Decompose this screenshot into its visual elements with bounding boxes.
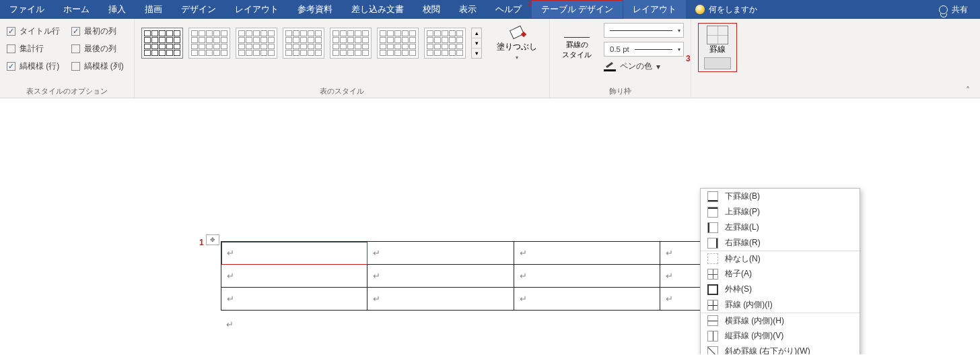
dd-inside-vertical[interactable]: 縦罫線 (内側)(V) <box>701 328 860 344</box>
chk-header-row[interactable]: タイトル行 <box>7 23 63 39</box>
table-move-handle[interactable]: ✥ <box>206 234 219 245</box>
checkbox-icon <box>71 44 80 53</box>
table-style-thumb[interactable] <box>141 28 183 59</box>
ribbon: タイトル行 最初の列 集計行 最後の列 縞模様 (行) 縞模様 (列) 表スタイ… <box>0 19 980 98</box>
tab-review[interactable]: 校閲 <box>413 0 450 19</box>
table-cell[interactable]: ↵ <box>368 288 514 311</box>
border-line-style-combo[interactable]: ▾ <box>604 23 684 38</box>
dd-all-borders[interactable]: 格子(A) <box>701 266 860 282</box>
dd-diagonal-down[interactable]: 斜め罫線 (右下がり)(W) <box>701 344 860 354</box>
table-style-thumb[interactable] <box>424 28 466 59</box>
tab-help[interactable]: ヘルプ 2 <box>486 0 531 19</box>
paragraph-mark-icon: ↵ <box>373 294 380 304</box>
table-cell[interactable]: ↵ <box>221 242 368 265</box>
dd-left-border[interactable]: 左罫線(L) <box>701 220 860 235</box>
tab-home[interactable]: ホーム <box>54 0 99 19</box>
chevron-up-icon: ▴ <box>472 28 481 38</box>
paragraph-mark-icon: ↵ <box>666 271 673 281</box>
inside-border-icon <box>707 300 718 311</box>
borders-icon <box>707 26 728 44</box>
paragraph-mark-icon: ↵ <box>520 271 527 281</box>
table-cell[interactable]: ↵ <box>368 242 514 265</box>
borders-split-button[interactable]: 罫線 <box>698 23 737 72</box>
tab-draw[interactable]: 描画 <box>135 0 172 19</box>
table-style-thumb[interactable] <box>283 28 324 59</box>
table-cell[interactable]: ↵ <box>514 265 660 288</box>
chk-banded-rows[interactable]: 縞模様 (行) <box>7 58 63 74</box>
chk-last-col[interactable]: 最後の列 <box>71 40 128 57</box>
badge-3: 3 <box>686 54 691 63</box>
paragraph-mark-icon: ↵ <box>227 248 234 258</box>
tab-layout[interactable]: レイアウト <box>225 0 288 19</box>
group-borders: 罫線の スタイル ▾ 0.5 pt ▾ ペンの色 ▾ 飾り枠 <box>550 19 691 98</box>
paragraph-mark-icon: ↵ <box>227 294 234 304</box>
tell-me-search[interactable]: 何をしますか <box>686 0 767 19</box>
table-style-thumb[interactable] <box>188 28 230 59</box>
paint-bucket-icon <box>510 26 524 39</box>
group-table-style-options: タイトル行 最初の列 集計行 最後の列 縞模様 (行) 縞模様 (列) 表スタイ… <box>0 19 135 98</box>
tab-mailings[interactable]: 差し込み文書 <box>342 0 413 19</box>
pen-color-button[interactable]: ペンの色 ▾ <box>604 61 684 72</box>
tab-view[interactable]: 表示 <box>450 0 486 19</box>
checkbox-icon <box>7 44 15 53</box>
right-border-icon <box>707 238 718 249</box>
group-label-style-options: 表スタイルのオプション <box>7 85 127 96</box>
table-style-thumb[interactable] <box>330 28 372 59</box>
border-weight-combo[interactable]: 0.5 pt ▾ <box>604 42 684 57</box>
inside-horizontal-icon <box>707 315 718 326</box>
all-borders-icon <box>707 269 718 280</box>
border-style-icon <box>564 26 590 38</box>
borders-dropdown-toggle[interactable] <box>704 57 731 69</box>
table-cell[interactable]: ↵ <box>514 288 660 311</box>
tell-me-label: 何をしますか <box>709 4 757 15</box>
table-cell[interactable]: ↵ <box>368 265 514 288</box>
table-style-thumb[interactable] <box>236 28 277 59</box>
dd-right-border[interactable]: 右罫線(R) <box>701 235 860 251</box>
table-styles-gallery[interactable]: ▴ ▾ ▾ <box>141 28 482 59</box>
border-style-label: 罫線の スタイル <box>562 40 592 60</box>
paragraph-mark-icon: ↵ <box>520 294 527 304</box>
table-cell[interactable]: ↵ <box>221 265 368 288</box>
border-styles-button[interactable]: 罫線の スタイル <box>557 23 597 63</box>
tab-design[interactable]: デザイン <box>172 0 225 19</box>
dd-inside-borders[interactable]: 罫線 (内側)(I) <box>701 297 860 313</box>
tab-help-label: ヘルプ <box>495 4 522 15</box>
tab-table-layout[interactable]: レイアウト <box>623 0 686 19</box>
paragraph-mark-icon: ↵ <box>373 271 380 281</box>
checkbox-icon <box>71 62 80 71</box>
pen-color-label: ペンの色 <box>620 61 652 72</box>
tab-insert[interactable]: 挿入 <box>99 0 135 19</box>
group-borders-button: 3 罫線 <box>691 19 740 98</box>
tab-file[interactable]: ファイル <box>0 0 54 19</box>
paragraph-mark-icon: ↵ <box>520 248 527 258</box>
table-style-thumb[interactable] <box>377 28 419 59</box>
outside-border-icon <box>707 284 718 295</box>
shading-button[interactable]: 塗りつぶし ▾ <box>491 23 542 63</box>
chevron-down-icon: ▾ <box>656 62 660 71</box>
paragraph-mark-icon: ↵ <box>666 248 673 258</box>
dd-no-border[interactable]: 枠なし(N) <box>701 251 860 266</box>
chevron-down-icon: ▾ <box>516 55 518 61</box>
pen-icon <box>604 62 616 71</box>
table-cell[interactable]: ↵ <box>514 242 660 265</box>
tab-table-design[interactable]: テーブル デザイン <box>531 0 623 19</box>
document-area: ✥ 1 ↵ ↵ ↵ ↵ ↵ ↵ ↵ ↵ ↵ ↵ ↵ ↵ ↵ 4 <box>0 98 980 354</box>
dd-bottom-border[interactable]: 下罫線(B) <box>701 189 860 204</box>
tab-references[interactable]: 参考資料 <box>288 0 342 19</box>
collapse-ribbon-button[interactable]: ˄ <box>961 86 975 95</box>
dd-outside-borders[interactable]: 外枠(S) <box>701 282 860 297</box>
gallery-more-button[interactable]: ▴ ▾ ▾ <box>471 28 482 59</box>
person-icon <box>939 5 948 14</box>
share-button[interactable]: 共有 <box>927 0 980 19</box>
chevron-down-icon: ▾ <box>678 28 680 34</box>
dd-top-border[interactable]: 上罫線(P) <box>701 204 860 220</box>
chk-banded-cols[interactable]: 縞模様 (列) <box>71 58 128 74</box>
dd-inside-horizontal[interactable]: 横罫線 (内側)(H) <box>701 313 860 328</box>
inside-vertical-icon <box>707 331 718 342</box>
table-cell[interactable]: ↵ <box>221 288 368 311</box>
share-label: 共有 <box>952 4 968 15</box>
chk-first-col[interactable]: 最初の列 <box>71 23 128 39</box>
chk-total-row[interactable]: 集計行 <box>7 40 63 57</box>
top-border-icon <box>707 207 718 218</box>
menubar-spacer <box>767 0 927 19</box>
